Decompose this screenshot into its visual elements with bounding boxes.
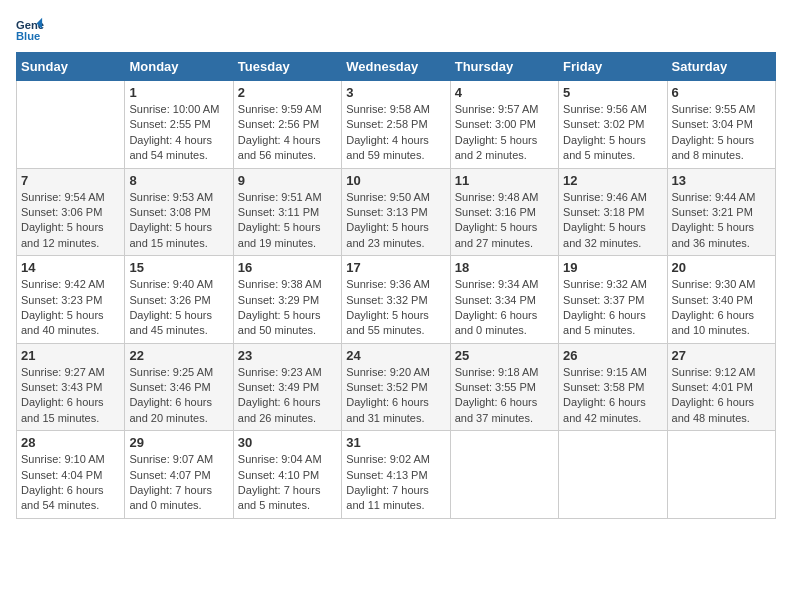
- calendar-cell: 7Sunrise: 9:54 AM Sunset: 3:06 PM Daylig…: [17, 168, 125, 256]
- calendar-cell: 8Sunrise: 9:53 AM Sunset: 3:08 PM Daylig…: [125, 168, 233, 256]
- day-info: Sunrise: 9:57 AM Sunset: 3:00 PM Dayligh…: [455, 102, 554, 164]
- day-number: 30: [238, 435, 337, 450]
- day-info: Sunrise: 9:02 AM Sunset: 4:13 PM Dayligh…: [346, 452, 445, 514]
- day-info: Sunrise: 9:27 AM Sunset: 3:43 PM Dayligh…: [21, 365, 120, 427]
- day-number: 16: [238, 260, 337, 275]
- day-info: Sunrise: 9:53 AM Sunset: 3:08 PM Dayligh…: [129, 190, 228, 252]
- day-number: 20: [672, 260, 771, 275]
- calendar-cell: 3Sunrise: 9:58 AM Sunset: 2:58 PM Daylig…: [342, 81, 450, 169]
- calendar-cell: 26Sunrise: 9:15 AM Sunset: 3:58 PM Dayli…: [559, 343, 667, 431]
- calendar-cell: 18Sunrise: 9:34 AM Sunset: 3:34 PM Dayli…: [450, 256, 558, 344]
- day-info: Sunrise: 9:12 AM Sunset: 4:01 PM Dayligh…: [672, 365, 771, 427]
- day-number: 24: [346, 348, 445, 363]
- day-info: Sunrise: 9:07 AM Sunset: 4:07 PM Dayligh…: [129, 452, 228, 514]
- day-number: 10: [346, 173, 445, 188]
- calendar-cell: 9Sunrise: 9:51 AM Sunset: 3:11 PM Daylig…: [233, 168, 341, 256]
- day-info: Sunrise: 9:44 AM Sunset: 3:21 PM Dayligh…: [672, 190, 771, 252]
- calendar-cell: 12Sunrise: 9:46 AM Sunset: 3:18 PM Dayli…: [559, 168, 667, 256]
- day-info: Sunrise: 9:58 AM Sunset: 2:58 PM Dayligh…: [346, 102, 445, 164]
- day-number: 27: [672, 348, 771, 363]
- svg-text:Blue: Blue: [16, 30, 40, 42]
- calendar-cell: 4Sunrise: 9:57 AM Sunset: 3:00 PM Daylig…: [450, 81, 558, 169]
- calendar-cell: 14Sunrise: 9:42 AM Sunset: 3:23 PM Dayli…: [17, 256, 125, 344]
- day-info: Sunrise: 9:32 AM Sunset: 3:37 PM Dayligh…: [563, 277, 662, 339]
- calendar-week-row: 28Sunrise: 9:10 AM Sunset: 4:04 PM Dayli…: [17, 431, 776, 519]
- header-row: SundayMondayTuesdayWednesdayThursdayFrid…: [17, 53, 776, 81]
- weekday-header: Friday: [559, 53, 667, 81]
- day-info: Sunrise: 9:46 AM Sunset: 3:18 PM Dayligh…: [563, 190, 662, 252]
- day-number: 2: [238, 85, 337, 100]
- calendar-cell: 22Sunrise: 9:25 AM Sunset: 3:46 PM Dayli…: [125, 343, 233, 431]
- calendar-cell: [17, 81, 125, 169]
- calendar-cell: 20Sunrise: 9:30 AM Sunset: 3:40 PM Dayli…: [667, 256, 775, 344]
- day-number: 6: [672, 85, 771, 100]
- day-info: Sunrise: 9:54 AM Sunset: 3:06 PM Dayligh…: [21, 190, 120, 252]
- calendar-cell: 13Sunrise: 9:44 AM Sunset: 3:21 PM Dayli…: [667, 168, 775, 256]
- day-number: 13: [672, 173, 771, 188]
- calendar-body: 1Sunrise: 10:00 AM Sunset: 2:55 PM Dayli…: [17, 81, 776, 519]
- calendar-cell: 27Sunrise: 9:12 AM Sunset: 4:01 PM Dayli…: [667, 343, 775, 431]
- weekday-header: Tuesday: [233, 53, 341, 81]
- day-info: Sunrise: 10:00 AM Sunset: 2:55 PM Daylig…: [129, 102, 228, 164]
- weekday-header: Wednesday: [342, 53, 450, 81]
- calendar-cell: 10Sunrise: 9:50 AM Sunset: 3:13 PM Dayli…: [342, 168, 450, 256]
- day-number: 3: [346, 85, 445, 100]
- day-number: 19: [563, 260, 662, 275]
- day-number: 23: [238, 348, 337, 363]
- day-number: 28: [21, 435, 120, 450]
- calendar-week-row: 1Sunrise: 10:00 AM Sunset: 2:55 PM Dayli…: [17, 81, 776, 169]
- day-info: Sunrise: 9:34 AM Sunset: 3:34 PM Dayligh…: [455, 277, 554, 339]
- calendar-cell: 5Sunrise: 9:56 AM Sunset: 3:02 PM Daylig…: [559, 81, 667, 169]
- calendar-cell: 21Sunrise: 9:27 AM Sunset: 3:43 PM Dayli…: [17, 343, 125, 431]
- logo: General Blue: [16, 16, 48, 44]
- day-number: 22: [129, 348, 228, 363]
- day-number: 15: [129, 260, 228, 275]
- day-number: 29: [129, 435, 228, 450]
- calendar-cell: 15Sunrise: 9:40 AM Sunset: 3:26 PM Dayli…: [125, 256, 233, 344]
- day-number: 18: [455, 260, 554, 275]
- calendar-cell: 2Sunrise: 9:59 AM Sunset: 2:56 PM Daylig…: [233, 81, 341, 169]
- calendar-week-row: 14Sunrise: 9:42 AM Sunset: 3:23 PM Dayli…: [17, 256, 776, 344]
- day-info: Sunrise: 9:23 AM Sunset: 3:49 PM Dayligh…: [238, 365, 337, 427]
- day-info: Sunrise: 9:50 AM Sunset: 3:13 PM Dayligh…: [346, 190, 445, 252]
- day-info: Sunrise: 9:42 AM Sunset: 3:23 PM Dayligh…: [21, 277, 120, 339]
- weekday-header: Sunday: [17, 53, 125, 81]
- calendar-cell: 25Sunrise: 9:18 AM Sunset: 3:55 PM Dayli…: [450, 343, 558, 431]
- calendar-cell: 28Sunrise: 9:10 AM Sunset: 4:04 PM Dayli…: [17, 431, 125, 519]
- logo-icon: General Blue: [16, 16, 44, 44]
- day-info: Sunrise: 9:56 AM Sunset: 3:02 PM Dayligh…: [563, 102, 662, 164]
- weekday-header: Monday: [125, 53, 233, 81]
- day-info: Sunrise: 9:15 AM Sunset: 3:58 PM Dayligh…: [563, 365, 662, 427]
- calendar-cell: 31Sunrise: 9:02 AM Sunset: 4:13 PM Dayli…: [342, 431, 450, 519]
- calendar-cell: [559, 431, 667, 519]
- day-info: Sunrise: 9:04 AM Sunset: 4:10 PM Dayligh…: [238, 452, 337, 514]
- day-number: 31: [346, 435, 445, 450]
- calendar-cell: [667, 431, 775, 519]
- day-number: 26: [563, 348, 662, 363]
- day-number: 8: [129, 173, 228, 188]
- calendar-cell: 6Sunrise: 9:55 AM Sunset: 3:04 PM Daylig…: [667, 81, 775, 169]
- day-info: Sunrise: 9:18 AM Sunset: 3:55 PM Dayligh…: [455, 365, 554, 427]
- calendar-cell: 24Sunrise: 9:20 AM Sunset: 3:52 PM Dayli…: [342, 343, 450, 431]
- calendar-cell: 16Sunrise: 9:38 AM Sunset: 3:29 PM Dayli…: [233, 256, 341, 344]
- calendar-week-row: 21Sunrise: 9:27 AM Sunset: 3:43 PM Dayli…: [17, 343, 776, 431]
- day-info: Sunrise: 9:20 AM Sunset: 3:52 PM Dayligh…: [346, 365, 445, 427]
- day-info: Sunrise: 9:48 AM Sunset: 3:16 PM Dayligh…: [455, 190, 554, 252]
- day-info: Sunrise: 9:59 AM Sunset: 2:56 PM Dayligh…: [238, 102, 337, 164]
- calendar-cell: 11Sunrise: 9:48 AM Sunset: 3:16 PM Dayli…: [450, 168, 558, 256]
- day-info: Sunrise: 9:10 AM Sunset: 4:04 PM Dayligh…: [21, 452, 120, 514]
- calendar-cell: 19Sunrise: 9:32 AM Sunset: 3:37 PM Dayli…: [559, 256, 667, 344]
- calendar-cell: 29Sunrise: 9:07 AM Sunset: 4:07 PM Dayli…: [125, 431, 233, 519]
- day-number: 4: [455, 85, 554, 100]
- weekday-header: Thursday: [450, 53, 558, 81]
- day-number: 25: [455, 348, 554, 363]
- day-info: Sunrise: 9:55 AM Sunset: 3:04 PM Dayligh…: [672, 102, 771, 164]
- day-number: 12: [563, 173, 662, 188]
- day-info: Sunrise: 9:38 AM Sunset: 3:29 PM Dayligh…: [238, 277, 337, 339]
- calendar-cell: 1Sunrise: 10:00 AM Sunset: 2:55 PM Dayli…: [125, 81, 233, 169]
- day-info: Sunrise: 9:51 AM Sunset: 3:11 PM Dayligh…: [238, 190, 337, 252]
- day-number: 1: [129, 85, 228, 100]
- day-number: 11: [455, 173, 554, 188]
- day-number: 9: [238, 173, 337, 188]
- day-number: 5: [563, 85, 662, 100]
